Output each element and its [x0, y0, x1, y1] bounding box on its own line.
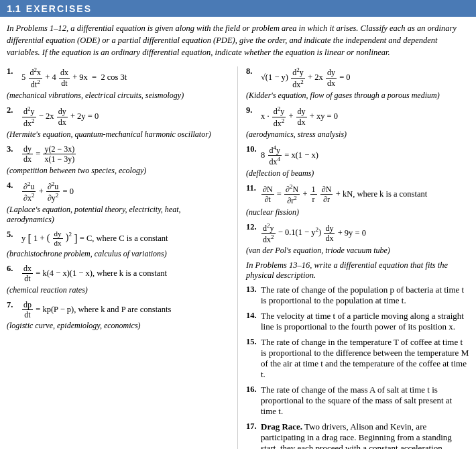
problem-10: 10. 8 d4y dx4 = x(1 − x) (deflection of …	[246, 144, 469, 179]
problem-16-num: 16.	[246, 385, 258, 395]
page-wrapper: 1.1 EXERCISES In Problems 1–12, a differ…	[0, 0, 476, 449]
problem-3: 3. dy dx = y(2 − 3x) x(1 − 3y) (competi	[7, 144, 229, 176]
problem-3-num: 3.	[7, 144, 19, 154]
problem-7-desc: (logistic curve, epidemiology, economics…	[7, 321, 229, 331]
problem-2: 2. d2y dx2 − 2x dy dx + 2y = 0	[7, 105, 229, 140]
problem-12: 12. d2y dx2 − 0.1(1 − y2) dy dx + 9y = 0	[246, 222, 469, 256]
problem-11: 11. ∂N ∂t = ∂2N ∂r2 + 1	[246, 183, 469, 217]
section-title: EXERCISES	[26, 3, 92, 14]
problem-4-desc: (Laplace's equation, potential theory, e…	[7, 205, 229, 225]
problem-5: 5. y [ 1 + ( dy dx )2 ]	[7, 230, 229, 259]
problem-14-num: 14.	[246, 311, 258, 321]
problem-1-num: 1.	[7, 66, 19, 77]
problem-15: 15. The rate of change in the temperatur…	[246, 337, 469, 380]
problem-13-text: The rate of change of the population p o…	[261, 285, 464, 305]
problem-4-num: 4.	[7, 181, 19, 191]
problems-13-16-intro: In Problems 13–16, write a differential …	[246, 260, 469, 281]
problem-16: 16. The rate of change of the mass A of …	[246, 385, 469, 417]
content-area: In Problems 1–12, a differential equatio…	[0, 17, 476, 449]
problem-11-content: ∂N ∂t = ∂2N ∂r2 + 1 r	[261, 183, 469, 206]
problem-1: 1. 5 d2x dt2 + 4 dx dt + 9x = 2 cos 3t	[7, 66, 229, 101]
intro-paragraph: In Problems 1–12, a differential equatio…	[7, 22, 469, 61]
problem-17-title: Drag Race.	[261, 421, 302, 432]
problem-9-desc: (aerodynamics, stress analysis)	[246, 130, 469, 140]
problem-9-content: x · d2y dx2 + dy dx + xy = 0	[261, 105, 469, 128]
problem-6-content: dx dt = k(4 − x)(1 − x), where k is a co…	[21, 264, 229, 284]
problem-15-content: The rate of change in the temperature T …	[261, 337, 469, 380]
problem-5-num: 5.	[7, 230, 19, 240]
problem-15-text: The rate of change in the temperature T …	[261, 337, 469, 379]
problem-16-text: The rate of change of the mass A of salt…	[261, 385, 452, 416]
problem-13: 13. The rate of change of the population…	[246, 285, 469, 306]
problem-4: 4. ∂2u ∂x2 + ∂2u ∂y2 = 0 (	[7, 181, 229, 225]
problem-4-content: ∂2u ∂x2 + ∂2u ∂y2 = 0	[21, 181, 229, 203]
problem-7-num: 7.	[7, 300, 19, 310]
problem-15-num: 15.	[246, 337, 258, 347]
problem-6: 6. dx dt = k(4 − x)(1 − x), where k is a…	[7, 264, 229, 295]
problem-1-content: 5 d2x dt2 + 4 dx dt + 9x = 2 cos 3t	[21, 66, 229, 89]
problem-6-desc: (chemical reaction rates)	[7, 285, 229, 295]
problem-3-desc: (competition between two species, ecolog…	[7, 166, 229, 176]
problem-11-num: 11.	[246, 183, 258, 193]
right-column: 8. √(1 − y) d2y dx2 + 2x dy dx = 0	[238, 66, 469, 449]
problem-2-num: 2.	[7, 105, 19, 115]
problem-13-num: 13.	[246, 285, 258, 295]
problem-8-content: √(1 − y) d2y dx2 + 2x dy dx = 0	[261, 66, 469, 89]
problem-14-content: The velocity at time t of a particle mov…	[261, 311, 469, 332]
problem-9-num: 9.	[246, 105, 258, 115]
problem-8-num: 8.	[246, 66, 258, 77]
problem-12-desc: (van der Pol's equation, triode vacuum t…	[246, 246, 469, 256]
problem-5-desc: (brachistochrone problem, calculus of va…	[7, 249, 229, 259]
problem-10-desc: (deflection of beams)	[246, 168, 469, 179]
problem-7: 7. dp dt = kp(P − p), where k and P are …	[7, 300, 229, 332]
problem-9: 9. x · d2y dx2 + dy dx + xy = 0	[246, 105, 469, 140]
problem-2-content: d2y dx2 − 2x dy dx + 2y = 0	[21, 105, 229, 128]
problem-10-content: 8 d4y dx4 = x(1 − x)	[261, 144, 469, 167]
problem-17-num: 17.	[246, 421, 258, 432]
problem-7-content: dp dt = kp(P − p), where k and P are con…	[21, 300, 229, 320]
problem-2-desc: (Hermite's equation, quantum-mechanical …	[7, 130, 229, 140]
problem-11-desc: (nuclear fission)	[246, 207, 469, 217]
problem-5-content: y [ 1 + ( dy dx )2 ] = C, where C	[21, 230, 229, 248]
problem-14: 14. The velocity at time t of a particle…	[246, 311, 469, 332]
problem-6-num: 6.	[7, 264, 19, 274]
left-column: 1. 5 d2x dt2 + 4 dx dt + 9x = 2 cos 3t	[7, 66, 238, 449]
problem-10-num: 10.	[246, 144, 258, 154]
problem-3-content: dy dx = y(2 − 3x) x(1 − 3y)	[21, 144, 229, 164]
problem-8-desc: (Kidder's equation, flow of gases throug…	[246, 91, 469, 101]
problem-1-desc: (mechanical vibrations, electrical circu…	[7, 91, 229, 101]
problem-17-content: Drag Race. Two drivers, Alison and Kevin…	[261, 421, 469, 449]
problem-12-num: 12.	[246, 222, 258, 232]
section-header: 1.1 EXERCISES	[0, 0, 476, 17]
section-number: 1.1	[7, 3, 21, 14]
problem-12-content: d2y dx2 − 0.1(1 − y2) dy dx + 9y = 0	[261, 222, 469, 245]
problem-8: 8. √(1 − y) d2y dx2 + 2x dy dx = 0	[246, 66, 469, 101]
problem-14-text: The velocity at time t of a particle mov…	[261, 311, 464, 332]
problem-17: 17. Drag Race. Two drivers, Alison and K…	[246, 421, 469, 449]
problem-13-content: The rate of change of the population p o…	[261, 285, 469, 306]
problem-16-content: The rate of change of the mass A of salt…	[261, 385, 469, 417]
